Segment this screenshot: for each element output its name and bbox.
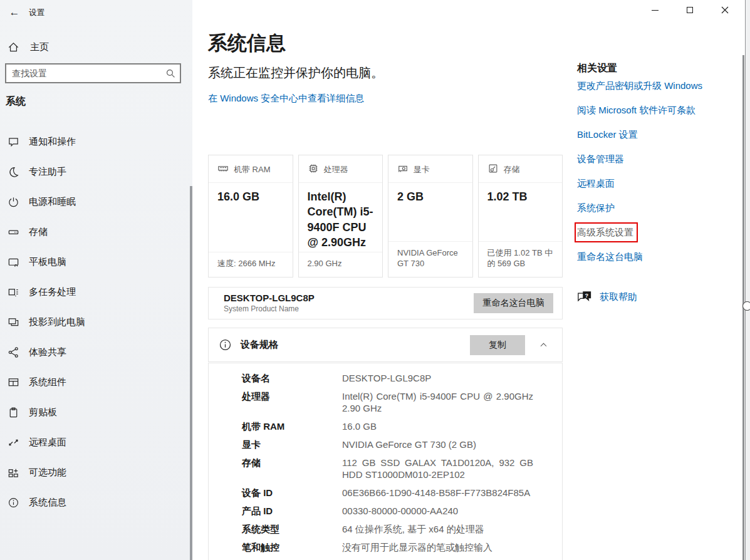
close-icon <box>721 6 729 14</box>
sidebar-item[interactable]: 系统组件 <box>0 367 187 397</box>
device-name: DESKTOP-LGL9C8P <box>224 292 315 304</box>
card-value: 2 GB <box>388 183 472 204</box>
settings-window: ← 设置 主页 系统 通知和操作专注助手电源和睡眠存储平板电脑多任务处理投影到此… <box>0 0 750 560</box>
maximize-icon <box>687 7 693 13</box>
sidebar-item-label: 存储 <box>29 226 48 238</box>
window-controls <box>637 0 742 20</box>
spec-label: 存储 <box>242 457 342 480</box>
help-bubble-icon: ? <box>577 291 592 304</box>
card-header: 机带 RAM <box>209 155 293 183</box>
search-box <box>5 63 181 83</box>
sidebar-item[interactable]: 投影到此电脑 <box>0 307 187 337</box>
sidebar-item[interactable]: 多任务处理 <box>0 277 187 307</box>
minimize-icon <box>652 10 659 11</box>
sidebar-section-title: 系统 <box>6 95 26 108</box>
sidebar-item-label: 投影到此电脑 <box>29 316 85 328</box>
get-help-link[interactable]: 获取帮助 <box>600 291 637 303</box>
sidebar-item[interactable]: 远程桌面 <box>0 427 187 457</box>
system-cards: 机带 RAM16.0 GB速度: 2666 MHz处理器Intel(R) Cor… <box>208 155 563 277</box>
related-link[interactable]: 重命名这台电脑 <box>577 251 643 263</box>
storage-icon <box>487 163 499 177</box>
sidebar-item-label: 系统组件 <box>29 376 66 388</box>
spec-value: 64 位操作系统, 基于 x64 的处理器 <box>342 523 533 535</box>
remote-desktop-icon <box>6 435 20 449</box>
back-button[interactable]: ← <box>0 6 29 19</box>
related-link[interactable]: 设备管理器 <box>577 153 624 165</box>
share-icon <box>6 345 20 359</box>
related-link[interactable]: 系统保护 <box>577 202 615 214</box>
titlebar: ← 设置 <box>0 0 192 25</box>
spec-label: 产品 ID <box>242 505 342 517</box>
close-button[interactable] <box>707 0 742 20</box>
sidebar-item[interactable]: 存储 <box>0 217 187 247</box>
search-icon[interactable] <box>161 68 180 79</box>
maximize-button[interactable] <box>672 0 707 20</box>
summary-card: 处理器Intel(R) Core(TM) i5-9400F CPU @ 2.90… <box>298 155 383 277</box>
cpu-icon <box>308 163 319 177</box>
info-icon <box>6 495 20 509</box>
security-center-link[interactable]: 在 Windows 安全中心中查看详细信息 <box>208 93 364 105</box>
related-link-item: 高级系统设置 <box>577 227 702 251</box>
related-link[interactable]: BitLocker 设置 <box>577 129 638 141</box>
sidebar-item-label: 可选功能 <box>29 467 66 479</box>
sidebar-item-label: 专注助手 <box>29 166 66 178</box>
copy-button[interactable]: 复制 <box>470 335 525 355</box>
sidebar-item-label: 多任务处理 <box>29 286 76 298</box>
spec-value: 16.0 GB <box>342 420 533 432</box>
sidebar-item[interactable]: 可选功能 <box>0 457 187 487</box>
device-specs-title: 设备规格 <box>241 339 278 351</box>
sidebar-item[interactable]: 系统信息 <box>0 487 187 517</box>
sidebar-item[interactable]: 电源和睡眠 <box>0 187 187 217</box>
related-link-item: 阅读 Microsoft 软件许可条款 <box>577 105 702 129</box>
spec-row: 产品 ID00330-80000-00000-AA240 <box>209 505 562 517</box>
summary-card: 显卡2 GBNVIDIA GeForce GT 730 <box>388 155 473 277</box>
rename-pc-button[interactable]: 重命名这台电脑 <box>474 293 553 313</box>
sidebar-item[interactable]: 通知和操作 <box>0 127 187 157</box>
sidebar-item-home[interactable]: 主页 <box>0 36 187 58</box>
spec-value: Intel(R) Core(TM) i5-9400F CPU @ 2.90GHz… <box>342 390 533 414</box>
summary-card: 机带 RAM16.0 GB速度: 2666 MHz <box>208 155 293 277</box>
sidebar-item-label: 主页 <box>30 41 49 53</box>
spec-label: 处理器 <box>242 390 342 414</box>
device-name-block: DESKTOP-LGL9C8P System Product Name <box>224 292 315 314</box>
related-link-highlighted[interactable]: 高级系统设置 <box>577 227 633 239</box>
sidebar-item-label: 电源和睡眠 <box>29 196 76 208</box>
collapse-button[interactable] <box>539 340 548 350</box>
related-link[interactable]: 更改产品密钥或升级 Windows <box>577 80 702 92</box>
edge-circle-marker <box>742 301 750 311</box>
card-footer: 速度: 2666 MHz <box>209 252 293 277</box>
related-settings-list: 更改产品密钥或升级 Windows阅读 Microsoft 软件许可条款BitL… <box>577 80 702 276</box>
device-specs-header[interactable]: 设备规格 复制 <box>208 328 563 362</box>
related-link[interactable]: 阅读 Microsoft 软件许可条款 <box>577 105 695 117</box>
get-help-row[interactable]: ? 获取帮助 <box>577 291 637 304</box>
sidebar-item[interactable]: 专注助手 <box>0 157 187 187</box>
spec-row: 机带 RAM16.0 GB <box>209 420 562 432</box>
sidebar-item[interactable]: 平板电脑 <box>0 247 187 277</box>
minimize-button[interactable] <box>637 0 672 20</box>
card-label: 机带 RAM <box>234 164 271 175</box>
card-label: 存储 <box>504 164 520 175</box>
app-title: 设置 <box>29 8 44 18</box>
spec-row: 设备名DESKTOP-LGL9C8P <box>209 372 562 384</box>
spec-label: 笔和触控 <box>242 541 342 553</box>
sidebar-scrollbar[interactable] <box>190 186 192 560</box>
multitask-icon <box>6 285 20 299</box>
home-icon <box>6 40 20 54</box>
sidebar-item[interactable]: 剪贴板 <box>0 397 187 427</box>
ram-icon <box>217 163 229 177</box>
card-footer: 2.90 GHz <box>299 252 383 277</box>
card-footer: NVIDIA GeForce GT 730 <box>388 241 472 277</box>
related-link[interactable]: 远程桌面 <box>577 178 615 190</box>
spec-label: 设备名 <box>242 372 342 384</box>
search-input[interactable] <box>6 68 161 78</box>
sidebar-item-label: 系统信息 <box>29 497 66 509</box>
sidebar-item[interactable]: 体验共享 <box>0 337 187 367</box>
crescent-moon-icon <box>6 165 20 179</box>
card-value: 1.02 TB <box>479 183 563 204</box>
clipboard-icon <box>6 405 20 419</box>
sidebar-item-label: 平板电脑 <box>29 256 66 268</box>
related-link-item: 更改产品密钥或升级 Windows <box>577 80 702 105</box>
spec-label: 显卡 <box>242 438 342 450</box>
card-label: 处理器 <box>324 164 348 175</box>
page-title: 系统信息 <box>208 30 286 56</box>
